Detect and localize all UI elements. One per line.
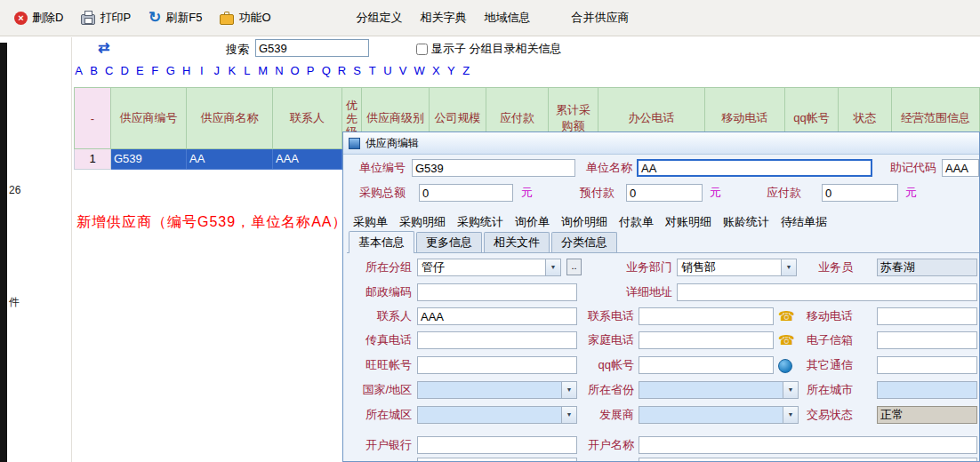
link-inquiry-orders[interactable]: 询价单 xyxy=(515,214,550,230)
mnemonic-field[interactable] xyxy=(942,159,979,177)
alphabet-letter[interactable]: K xyxy=(228,64,236,77)
alphabet-letter[interactable]: S xyxy=(353,64,361,77)
payable-field[interactable] xyxy=(822,184,898,202)
alphabet-letter[interactable]: X xyxy=(432,64,440,77)
district-label: 所在城区 xyxy=(350,406,412,424)
browse-button[interactable]: .. xyxy=(566,259,582,275)
refresh-button[interactable]: 刷新F5 xyxy=(141,5,209,30)
link-purchase-orders[interactable]: 采购单 xyxy=(353,214,388,230)
search-input[interactable] xyxy=(255,39,369,57)
partial-field[interactable] xyxy=(417,458,577,462)
col-header-index[interactable]: - xyxy=(74,87,111,149)
alphabet-letter[interactable]: D xyxy=(120,64,128,77)
unit-code-field[interactable] xyxy=(412,159,575,177)
tab-classification-info[interactable]: 分类信息 xyxy=(551,232,617,252)
alphabet-letter[interactable]: V xyxy=(399,64,407,77)
salesman-label: 业务员 xyxy=(801,259,853,276)
link-aging-stats[interactable]: 账龄统计 xyxy=(723,214,769,230)
phone-icon[interactable] xyxy=(778,331,794,349)
mobile-field[interactable] xyxy=(877,307,977,325)
alphabet-letter[interactable]: Y xyxy=(447,64,455,77)
qq-icon[interactable] xyxy=(778,359,792,373)
alphabet-letter[interactable]: T xyxy=(368,64,376,77)
menu-merge-suppliers[interactable]: 合并供应商 xyxy=(563,5,639,30)
col-header-supplier-name[interactable]: 供应商名称 xyxy=(187,87,273,149)
col-header-supplier-code[interactable]: 供应商编号 xyxy=(111,87,187,149)
developer-combo[interactable] xyxy=(639,406,799,424)
tab-related-files[interactable]: 相关文件 xyxy=(484,232,550,252)
other-comm-field[interactable] xyxy=(877,356,977,374)
qq-field[interactable] xyxy=(639,356,774,374)
menu-related-dictionary[interactable]: 相关字典 xyxy=(412,5,476,30)
alphabet-letter[interactable]: G xyxy=(166,64,175,77)
row-number-cell[interactable]: 1 xyxy=(74,149,111,170)
trade-status-field[interactable] xyxy=(877,406,977,424)
prepaid-label: 预付款 xyxy=(559,184,615,202)
tab-more-info[interactable]: 更多信息 xyxy=(416,232,482,252)
link-pending-documents[interactable]: 待结单据 xyxy=(781,214,827,230)
refresh-button-label: 刷新F5 xyxy=(165,10,202,26)
unit-name-field[interactable] xyxy=(637,159,872,177)
email-label: 电子信箱 xyxy=(801,331,853,349)
address-field[interactable] xyxy=(677,283,977,301)
alphabet-letter[interactable]: N xyxy=(275,64,283,77)
link-purchase-stats[interactable]: 采购统计 xyxy=(457,214,503,230)
alphabet-letter[interactable]: F xyxy=(151,64,159,77)
link-payment-orders[interactable]: 付款单 xyxy=(619,214,654,230)
menu-region-info[interactable]: 地域信息 xyxy=(476,5,540,30)
cell-supplier-code[interactable]: G539 xyxy=(111,149,187,170)
dept-label: 业务部门 xyxy=(597,259,672,276)
alphabet-letter[interactable]: R xyxy=(338,64,346,77)
subgroup-checkbox-box[interactable] xyxy=(416,44,428,55)
link-reconciliation-details[interactable]: 对账明细 xyxy=(665,214,711,230)
alphabet-letter[interactable]: C xyxy=(105,64,113,77)
province-combo[interactable] xyxy=(639,381,799,399)
alphabet-letter[interactable]: O xyxy=(291,64,300,77)
dialog-titlebar[interactable]: 供应商编辑 xyxy=(343,132,979,155)
purchase-total-field[interactable] xyxy=(419,184,513,202)
link-inquiry-details[interactable]: 询价明细 xyxy=(561,214,607,230)
contact-phone-field[interactable] xyxy=(639,307,774,325)
phone-icon[interactable] xyxy=(778,307,794,325)
alphabet-letter[interactable]: L xyxy=(243,64,251,77)
postal-field[interactable] xyxy=(417,283,577,301)
cell-contact[interactable]: AAA xyxy=(273,149,342,170)
alphabet-letter[interactable]: M xyxy=(258,64,268,77)
show-subgroup-checkbox[interactable]: 显示子 分组目录相关信息 xyxy=(416,41,562,57)
purchase-total-label: 采购总额 xyxy=(350,184,406,202)
alphabet-letter[interactable]: A xyxy=(75,64,83,77)
email-field[interactable] xyxy=(877,331,977,349)
dept-combo[interactable]: 销售部 xyxy=(677,259,797,276)
partial-field[interactable] xyxy=(639,458,977,462)
swap-arrows-icon[interactable] xyxy=(98,39,109,56)
group-combo[interactable]: 管仔 xyxy=(417,259,561,276)
alphabet-letter[interactable]: Z xyxy=(462,64,470,77)
alphabet-letter[interactable]: B xyxy=(90,64,98,77)
tab-basic-info[interactable]: 基本信息 xyxy=(349,231,414,253)
account-name-field[interactable] xyxy=(639,436,977,454)
alphabet-letter[interactable]: P xyxy=(307,64,315,77)
alphabet-letter[interactable]: J xyxy=(213,64,221,77)
alphabet-letter[interactable]: Q xyxy=(322,64,331,77)
delete-icon xyxy=(14,12,28,25)
left-panel-fragment: 26 xyxy=(9,184,20,196)
salesman-field[interactable] xyxy=(877,259,977,276)
related-links-row: 采购单 采购明细 采购统计 询价单 询价明细 付款单 对账明细 账龄统计 待结单… xyxy=(353,214,827,230)
home-phone-field[interactable] xyxy=(639,331,774,349)
menu-group-definition[interactable]: 分组定义 xyxy=(348,5,412,30)
alphabet-letter[interactable]: H xyxy=(182,64,190,77)
col-header-contact[interactable]: 联系人 xyxy=(273,87,342,149)
alphabet-letter[interactable]: W xyxy=(414,64,425,77)
delete-button[interactable]: 删除D xyxy=(7,5,70,30)
alphabet-letter[interactable]: E xyxy=(136,64,144,77)
link-purchase-details[interactable]: 采购明细 xyxy=(399,214,446,230)
cell-supplier-name[interactable]: AA xyxy=(187,149,273,170)
print-button[interactable]: 打印P xyxy=(74,5,138,30)
prepaid-field[interactable] xyxy=(626,184,703,202)
alphabet-letter[interactable]: U xyxy=(383,64,391,77)
city-field[interactable] xyxy=(877,381,977,399)
app-window: 删除D 打印P 刷新F5 功能O 分组定义 相关字典 地域信息 合并供应商 26… xyxy=(0,0,980,462)
alphabet-letter[interactable]: I xyxy=(197,64,205,77)
mobile-label: 移动电话 xyxy=(801,307,853,325)
function-button[interactable]: 功能O xyxy=(213,5,277,30)
